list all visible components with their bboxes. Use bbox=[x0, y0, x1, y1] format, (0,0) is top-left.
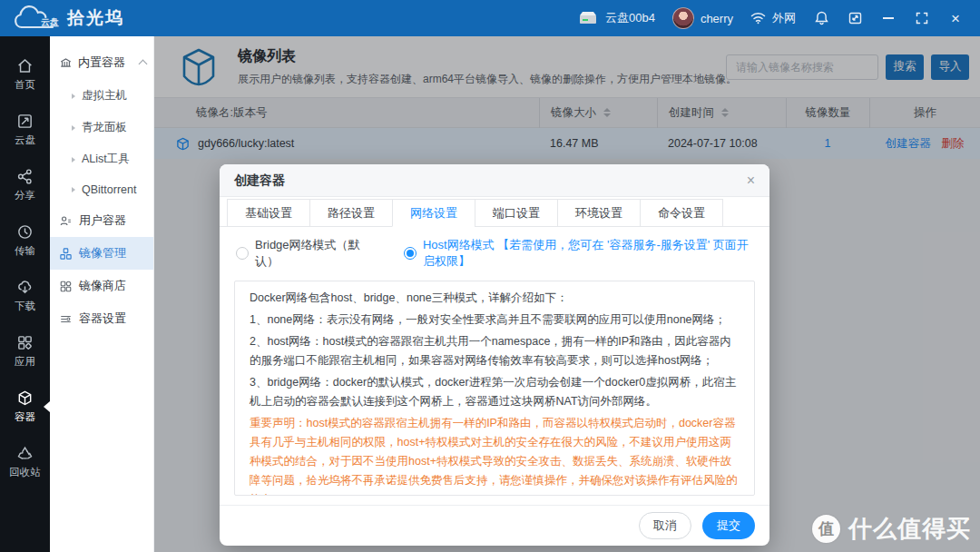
apps-grid-icon bbox=[16, 334, 34, 351]
secondary-sidebar: 内置容器 虚拟主机 青龙面板 AList工具 QBittorrent 用户容器 … bbox=[50, 36, 154, 552]
main-content: 镜像列表 展示用户的镜像列表，支持容器创建、arm64平台镜像导入、镜像的删除操… bbox=[154, 36, 980, 552]
tab-env-settings[interactable]: 环境设置 bbox=[557, 199, 641, 227]
sidebar-item-transfer[interactable]: 传输 bbox=[0, 215, 50, 266]
sidebar-item-label: 分享 bbox=[15, 189, 35, 202]
sidebar-item-label: 容器 bbox=[15, 410, 35, 424]
modal-header: 创建容器 × bbox=[220, 164, 769, 197]
smzdm-badge-icon: 值 bbox=[812, 515, 840, 543]
host-mode-radio[interactable]: Host网络模式 【若需使用，您可在 '容器服务-服务设置' 页面开启权限】 bbox=[404, 237, 753, 270]
modal-title: 创建容器 bbox=[234, 172, 285, 189]
sidebar-item-clouddisk[interactable]: 云盘 bbox=[0, 104, 50, 155]
close-window-button[interactable]: × bbox=[947, 10, 964, 26]
radio-circle-icon bbox=[236, 247, 249, 260]
nav-item-label: 青龙面板 bbox=[82, 120, 127, 135]
nas-device-icon bbox=[577, 11, 599, 25]
sidebar-item-apps[interactable]: 应用 bbox=[0, 326, 50, 377]
chevron-up-icon bbox=[139, 60, 148, 69]
tab-command-settings[interactable]: 命令设置 bbox=[640, 199, 723, 227]
network-mode-description: Docker网络包含host、bridge、none三种模式，详解介绍如下： 1… bbox=[234, 281, 755, 496]
network-mode-radios: Bridge网络模式（默认） Host网络模式 【若需使用，您可在 '容器服务-… bbox=[220, 227, 769, 275]
network-status[interactable]: 外网 bbox=[750, 10, 796, 26]
nav-item-qbittorrent[interactable]: QBittorrent bbox=[50, 175, 153, 204]
sidebar-item-label: 首页 bbox=[15, 78, 35, 92]
nav-group-builtin-containers[interactable]: 内置容器 bbox=[50, 45, 153, 80]
nav-item-image-store[interactable]: 镜像商店 bbox=[50, 270, 153, 302]
description-paragraph: 2、host网络：host模式的容器跟宿主机共用一个namespace，拥有一样… bbox=[250, 332, 740, 370]
bell-icon bbox=[815, 11, 828, 25]
device-name: 云盘00b4 bbox=[605, 10, 655, 26]
bridge-mode-radio[interactable]: Bridge网络模式（默认） bbox=[236, 237, 368, 270]
cloud-disk-icon bbox=[16, 113, 34, 130]
sidebar-item-container[interactable]: 容器 bbox=[0, 381, 50, 432]
close-window-icon: × bbox=[951, 11, 960, 26]
tab-path-settings[interactable]: 路径设置 bbox=[309, 199, 393, 227]
user-icon bbox=[59, 214, 73, 228]
radio-label: Bridge网络模式（默认） bbox=[255, 237, 368, 270]
nav-item-qinglong[interactable]: 青龙面板 bbox=[50, 112, 153, 143]
sidebar-item-download[interactable]: 下载 bbox=[0, 271, 50, 321]
sidebar-item-label: 传输 bbox=[15, 244, 35, 258]
bullet-icon bbox=[72, 125, 75, 131]
tab-basic-settings[interactable]: 基础设置 bbox=[227, 199, 310, 227]
bullet-icon bbox=[72, 157, 75, 163]
share-icon bbox=[16, 168, 34, 185]
nav-item-user-containers[interactable]: 用户容器 bbox=[50, 204, 153, 237]
sidebar-item-label: 应用 bbox=[15, 355, 35, 369]
create-container-modal: 创建容器 × 基础设置 路径设置 网络设置 端口设置 环境设置 命令设置 Bri… bbox=[220, 164, 769, 546]
cloud-logo-icon: 云盘 bbox=[13, 5, 60, 32]
settings-sliders-icon bbox=[59, 312, 73, 326]
fullscreen-button[interactable] bbox=[914, 10, 930, 26]
nav-item-virtual-host[interactable]: 虚拟主机 bbox=[50, 80, 153, 112]
app-title: 拾光坞 bbox=[67, 6, 124, 30]
primary-sidebar: 首页 云盘 分享 传输 下载 应用 bbox=[0, 36, 50, 552]
brand-area: 云盘 拾光坞 bbox=[0, 5, 124, 32]
nav-item-label: 用户容器 bbox=[79, 212, 126, 229]
nav-item-label: 容器设置 bbox=[79, 310, 126, 327]
topbar: 云盘 拾光坞 云盘00b4 cherry 外网 bbox=[0, 0, 980, 36]
nav-item-alist[interactable]: AList工具 bbox=[50, 143, 153, 175]
user-menu[interactable]: cherry bbox=[672, 7, 733, 29]
resize-window-icon bbox=[848, 12, 862, 25]
network-label: 外网 bbox=[772, 10, 796, 26]
bank-icon bbox=[59, 56, 73, 70]
username: cherry bbox=[701, 12, 733, 25]
nav-item-label: AList工具 bbox=[82, 152, 130, 167]
container-cube-icon bbox=[16, 389, 34, 407]
scale-window-button[interactable] bbox=[847, 10, 863, 26]
notifications-button[interactable] bbox=[813, 10, 829, 26]
submit-button[interactable]: 提交 bbox=[702, 512, 755, 539]
minimize-button[interactable] bbox=[880, 10, 897, 26]
nav-item-container-settings[interactable]: 容器设置 bbox=[50, 302, 153, 335]
bullet-icon bbox=[72, 94, 75, 99]
bullet-icon bbox=[72, 187, 75, 192]
fullscreen-icon bbox=[916, 12, 928, 25]
sidebar-item-share[interactable]: 分享 bbox=[0, 160, 50, 211]
device-selector[interactable]: 云盘00b4 bbox=[577, 10, 655, 26]
tab-port-settings[interactable]: 端口设置 bbox=[475, 199, 558, 227]
warning-text: 重要声明：host模式的容器跟宿主机拥有一样的IP和路由，而容器以特权模式启动时… bbox=[250, 414, 740, 496]
image-store-icon bbox=[59, 280, 73, 293]
cancel-button[interactable]: 取消 bbox=[639, 512, 691, 539]
wifi-icon bbox=[750, 12, 766, 25]
cloud-download-icon bbox=[16, 279, 34, 296]
sidebar-item-recycle[interactable]: 回收站 bbox=[0, 437, 50, 488]
radio-circle-icon bbox=[404, 247, 416, 260]
radio-label: Host网络模式 【若需使用，您可在 '容器服务-服务设置' 页面开启权限】 bbox=[423, 237, 753, 270]
nav-item-label: 镜像商店 bbox=[79, 278, 126, 294]
avatar bbox=[672, 7, 694, 29]
nav-item-label: QBittorrent bbox=[82, 183, 136, 196]
logo-word: 云盘 bbox=[41, 16, 59, 29]
modal-close-icon[interactable]: × bbox=[747, 173, 755, 188]
sidebar-item-label: 回收站 bbox=[9, 466, 41, 479]
description-paragraph: 1、none网络：表示没有网络，一般对安全性要求高并且不需要联网的应用可以使用n… bbox=[250, 310, 740, 330]
clock-icon bbox=[16, 223, 34, 241]
sidebar-item-home[interactable]: 首页 bbox=[0, 49, 50, 100]
smzdm-watermark: 值 什么值得买 bbox=[812, 513, 971, 545]
modal-footer: 取消 提交 bbox=[220, 505, 769, 546]
modal-tabs: 基础设置 路径设置 网络设置 端口设置 环境设置 命令设置 bbox=[220, 197, 769, 227]
tab-network-settings[interactable]: 网络设置 bbox=[392, 199, 475, 227]
nav-item-image-manage[interactable]: 镜像管理 bbox=[50, 237, 153, 270]
sidebar-item-label: 下载 bbox=[15, 300, 35, 313]
nav-group-label: 内置容器 bbox=[78, 54, 125, 71]
minimize-icon bbox=[883, 17, 894, 19]
